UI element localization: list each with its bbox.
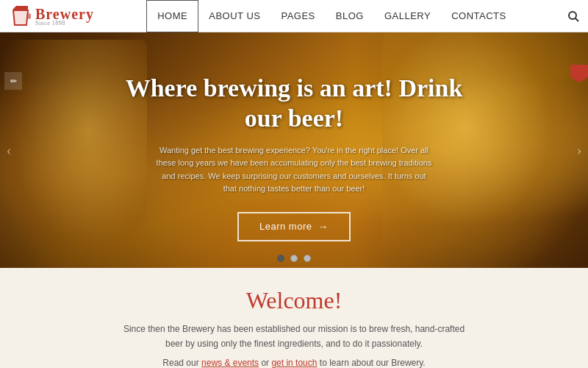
arrow-icon: → <box>318 221 329 233</box>
hero-section: ✏ ‹ › Where brewing is an art! Drink our… <box>0 32 588 268</box>
logo[interactable]: Brewery Since 1898 <box>0 6 104 26</box>
welcome-text-line2: beer by using only the finest ingredient… <box>165 339 423 349</box>
header: Brewery Since 1898 HOME ABOUT US PAGES B… <box>0 0 588 32</box>
learn-more-label: Learn more <box>259 221 312 232</box>
search-button[interactable] <box>559 0 588 32</box>
nav-home[interactable]: HOME <box>146 0 198 32</box>
carousel-dots <box>0 255 588 262</box>
hero-subtitle: Wanting get the best brewing experience?… <box>154 144 434 196</box>
svg-rect-2 <box>28 13 31 19</box>
edit-button[interactable]: ✏ <box>4 72 22 90</box>
main-nav: HOME ABOUT US PAGES BLOG GALLERY CONTACT… <box>104 0 559 32</box>
nav-about[interactable]: ABOUT US <box>198 0 270 32</box>
welcome-links: Read our news & events or get in touch t… <box>44 358 544 368</box>
welcome-text-line1: Since then the Brewery has been establis… <box>123 324 465 334</box>
learn-more-button[interactable]: Learn more → <box>237 212 351 241</box>
link-mid: or <box>259 358 271 368</box>
dot-2[interactable] <box>290 255 298 262</box>
hero-content: Where brewing is an art! Drink our beer!… <box>0 32 588 268</box>
hero-title: Where brewing is an art! Drink our beer! <box>110 74 478 134</box>
get-in-touch-link[interactable]: get in touch <box>271 358 317 368</box>
hero-prev-button[interactable]: ‹ <box>1 142 16 159</box>
hero-next-button[interactable]: › <box>572 142 587 159</box>
nav-pages[interactable]: PAGES <box>270 0 325 32</box>
nav-gallery[interactable]: GALLERY <box>374 0 441 32</box>
svg-line-4 <box>576 18 578 21</box>
news-events-link[interactable]: news & events <box>201 358 259 368</box>
nav-blog[interactable]: BLOG <box>326 0 374 32</box>
nav-contacts[interactable]: CONTACTS <box>441 0 517 32</box>
welcome-body: Since then the Brewery has been establis… <box>81 322 507 352</box>
welcome-section: Welcome! Since then the Brewery has been… <box>0 272 588 368</box>
svg-marker-0 <box>13 6 28 9</box>
dot-1[interactable] <box>277 255 284 262</box>
search-icon <box>567 10 579 22</box>
link-suffix: to learn about our Brewery. <box>317 358 425 368</box>
logo-icon <box>10 6 31 26</box>
svg-point-3 <box>569 12 576 19</box>
link-prefix: Read our <box>162 358 201 368</box>
welcome-title: Welcome! <box>44 287 544 314</box>
dot-3[interactable] <box>304 255 311 262</box>
